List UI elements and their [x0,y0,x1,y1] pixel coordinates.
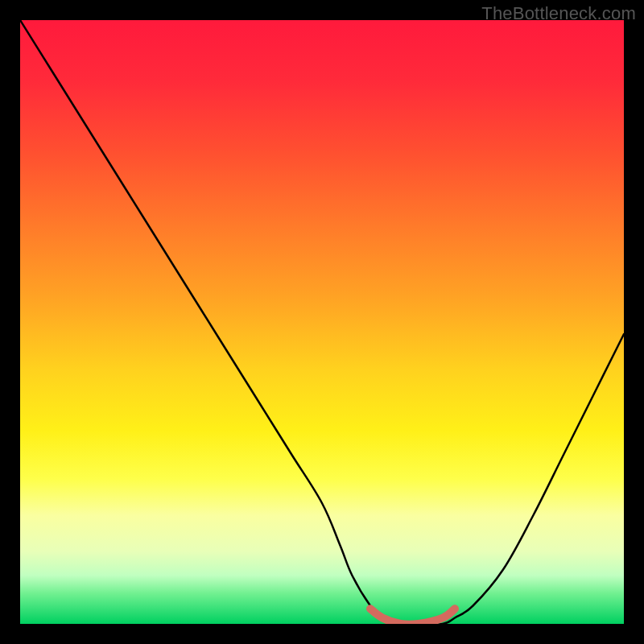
optimal-range-marker [370,609,455,624]
bottleneck-curve [20,20,624,624]
chart-svg [20,20,624,624]
curve-group [20,20,624,624]
plot-area [20,20,624,624]
chart-container: TheBottleneck.com [0,0,644,644]
